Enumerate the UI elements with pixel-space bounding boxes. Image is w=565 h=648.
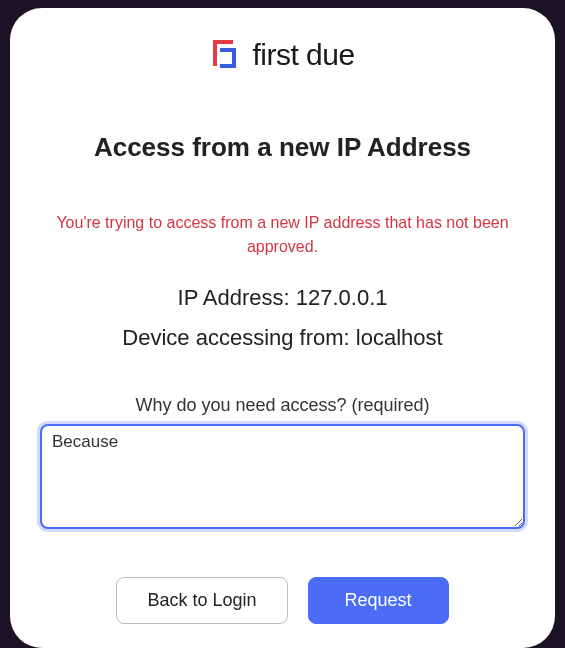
request-button[interactable]: Request — [308, 577, 449, 624]
page-title: Access from a new IP Address — [40, 132, 525, 163]
ip-label: IP Address: — [178, 285, 296, 310]
back-to-login-button[interactable]: Back to Login — [116, 577, 287, 624]
reason-textarea[interactable] — [40, 424, 525, 529]
device-value: localhost — [356, 325, 443, 350]
button-row: Back to Login Request — [40, 577, 525, 624]
brand-name: first due — [252, 38, 354, 72]
ip-value: 127.0.0.1 — [296, 285, 388, 310]
device-line: Device accessing from: localhost — [40, 325, 525, 351]
device-label: Device accessing from: — [122, 325, 356, 350]
warning-message: You're trying to access from a new IP ad… — [40, 211, 525, 259]
ip-address-line: IP Address: 127.0.0.1 — [40, 285, 525, 311]
reason-label: Why do you need access? (required) — [40, 395, 525, 416]
brand-logo: first due — [40, 38, 525, 72]
ip-access-card: first due Access from a new IP Address Y… — [10, 8, 555, 648]
firstdue-logo-icon — [210, 38, 240, 72]
